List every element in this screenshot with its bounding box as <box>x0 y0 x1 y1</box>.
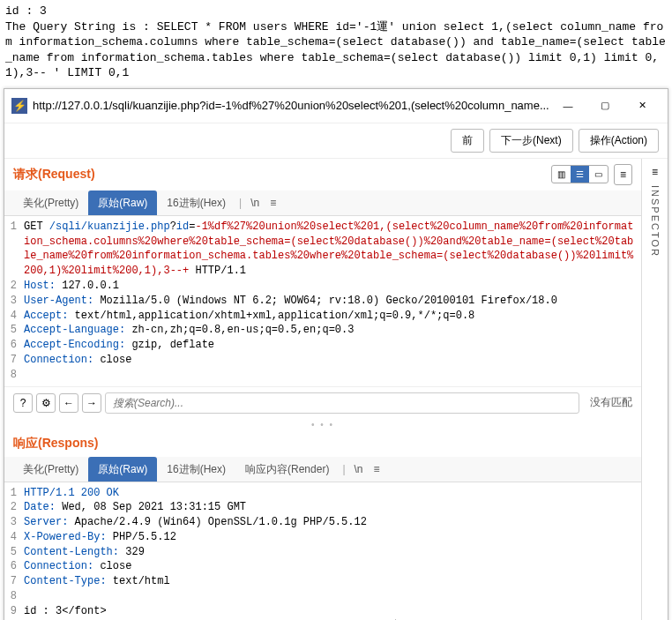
minimize-button[interactable]: — <box>549 94 586 117</box>
request-searchbar: ? ⚙ ← → 没有匹配 <box>4 386 641 419</box>
action-toolbar: 前 下一步(Next) 操作(Action) <box>4 123 668 159</box>
page-output-text: id : 3 The Query String is : SELECT * FR… <box>0 0 672 85</box>
view-split-icon[interactable]: ☰ <box>571 166 589 183</box>
gear-icon[interactable]: ⚙ <box>36 393 56 413</box>
request-tabs: 美化(Pretty) 原始(Raw) 16进制(Hex) | \n ≡ <box>4 190 641 216</box>
nav-next-icon[interactable]: → <box>82 393 101 413</box>
maximize-button[interactable]: ▢ <box>586 94 623 117</box>
response-body[interactable]: 1HTTP/1.1 200 OK2Date: Wed, 08 Sep 2021 … <box>4 482 641 621</box>
action-button[interactable]: 操作(Action) <box>579 129 659 153</box>
inspector-window: ⚡ http://127.0.0.1/sqli/kuanzijie.php?id… <box>4 88 668 620</box>
newline-toggle[interactable]: \n <box>245 193 265 213</box>
newline-toggle-resp[interactable]: \n <box>349 459 369 479</box>
inspector-label: INSPECTOR <box>650 185 661 258</box>
tab-pretty[interactable]: 美化(Pretty) <box>13 190 88 215</box>
tab-hex-resp[interactable]: 16进制(Hex) <box>157 457 235 482</box>
search-input[interactable] <box>105 392 579 414</box>
view-single-icon[interactable]: ▭ <box>589 166 608 183</box>
sidebar-menu-icon[interactable]: ≡ <box>652 166 658 178</box>
response-title: 响应(Respons) <box>13 436 98 452</box>
tab-raw[interactable]: 原始(Raw) <box>88 190 157 215</box>
inspector-sidebar[interactable]: ≡ INSPECTOR <box>641 159 668 620</box>
search-result-text: 没有匹配 <box>583 395 632 410</box>
next-button[interactable]: 下一步(Next) <box>489 129 573 153</box>
window-titlebar: ⚡ http://127.0.0.1/sqli/kuanzijie.php?id… <box>4 89 668 123</box>
menu-icon[interactable]: ≡ <box>265 193 281 213</box>
address-url: http://127.0.0.1/sqli/kuanzijie.php?id=-… <box>33 99 549 112</box>
nav-prev-icon[interactable]: ← <box>59 393 78 413</box>
pane-divider[interactable]: • • • <box>4 419 641 430</box>
tab-raw-resp[interactable]: 原始(Raw) <box>88 457 157 482</box>
tab-pretty-resp[interactable]: 美化(Pretty) <box>13 457 88 482</box>
response-tabs: 美化(Pretty) 原始(Raw) 16进制(Hex) 响应内容(Render… <box>4 457 641 482</box>
panel-menu-icon[interactable]: ≡ <box>614 164 632 185</box>
app-icon: ⚡ <box>11 98 27 114</box>
prev-button[interactable]: 前 <box>451 129 484 153</box>
help-icon[interactable]: ? <box>13 393 33 413</box>
request-body[interactable]: 1GET /sqli/kuanzijie.php?id=-1%df%27%20u… <box>4 216 641 386</box>
menu-icon-resp[interactable]: ≡ <box>369 459 385 479</box>
close-button[interactable]: ✕ <box>623 94 661 117</box>
tab-hex[interactable]: 16进制(Hex) <box>157 190 235 215</box>
request-title: 请求(Request) <box>13 167 95 183</box>
tab-render-resp[interactable]: 响应内容(Render) <box>235 457 339 482</box>
view-toggle[interactable]: ▥ ☰ ▭ <box>551 165 609 183</box>
view-grid-icon[interactable]: ▥ <box>552 166 571 183</box>
